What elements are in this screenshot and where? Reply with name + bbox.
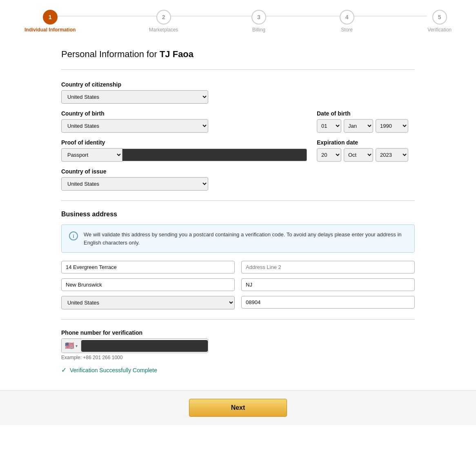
address-line2-col [241,261,415,273]
step-1-circle: 1 [43,10,58,24]
proof-section: Proof of identity Passport Expiration da… [61,139,415,162]
address-line1-input[interactable] [61,261,235,273]
address-info-box: i We will validate this address by sendi… [61,224,415,253]
address-line1-row [61,261,415,273]
dob-col: Date of birth 01 Jan 1990 [317,110,415,133]
proof-row: Passport [61,148,307,162]
expiration-col: Expiration date 20 Oct 2023 [317,139,415,162]
proof-number-input[interactable] [122,149,307,161]
dob-year-select[interactable]: 1990 [376,119,408,133]
phone-number-input[interactable] [81,340,208,352]
phone-input-row: 🇺🇸 ▾ [61,338,208,353]
step-4-circle: 4 [340,10,354,24]
expiration-label: Expiration date [317,139,415,146]
section-divider-2 [61,319,415,320]
country-birth-col: Country of birth United States [61,110,307,133]
bottom-bar: Next [0,390,476,425]
address-section: Business address i We will validate this… [61,211,415,309]
step-5: 5 Verification [427,10,452,33]
citizenship-select[interactable]: United States [61,90,208,104]
flag-dropdown-arrow: ▾ [76,344,78,348]
city-col [61,278,235,291]
step-1-label: Individual Information [24,27,76,33]
title-divider [61,69,415,70]
page-title: Personal Information for TJ Faoa [61,49,415,60]
step-2: 2 Marketplaces [149,10,178,33]
proof-type-select[interactable]: Passport [61,148,122,162]
state-col [241,278,415,291]
address-country-row: United States [61,296,415,309]
citizenship-label: Country of citizenship [61,81,415,88]
address-line1-col [61,261,235,273]
issue-label: Country of issue [61,168,415,175]
issue-section: Country of issue United States [61,168,415,191]
step-2-label: Marketplaces [149,27,178,33]
main-content: Personal Information for TJ Faoa Country… [0,33,476,390]
address-line2-input[interactable] [241,261,415,273]
section-divider-1 [61,200,415,201]
state-input[interactable] [241,278,415,291]
exp-month-select[interactable]: Oct [344,148,373,162]
birth-country-select[interactable]: United States [61,119,208,133]
verification-text: Verification Successfully Complete [70,367,157,373]
step-4: 4 Store [340,10,354,33]
verification-success: ✓ Verification Successfully Complete [61,366,415,374]
phone-flag-button[interactable]: 🇺🇸 ▾ [62,339,81,353]
address-country-col: United States [61,296,235,309]
phone-section: Phone number for verification 🇺🇸 ▾ Examp… [61,329,415,374]
step-5-label: Verification [427,27,452,33]
birth-section: Country of birth United States Date of b… [61,110,415,133]
city-input[interactable] [61,278,235,291]
birth-country-label: Country of birth [61,110,307,117]
zip-input[interactable] [241,296,415,309]
phone-label: Phone number for verification [61,329,415,336]
proof-col: Proof of identity Passport [61,139,307,162]
step-1: 1 Individual Information [24,10,76,33]
dob-label: Date of birth [317,110,415,117]
address-info-text: We will validate this address by sending… [84,231,407,247]
proof-label: Proof of identity [61,139,307,146]
phone-example: Example: +86 201 266 1000 [61,355,415,360]
step-4-label: Store [341,27,353,33]
address-country-select[interactable]: United States [61,296,235,309]
step-3: 3 Billing [251,10,266,33]
info-icon: i [69,231,78,240]
address-city-row [61,278,415,291]
flag-emoji: 🇺🇸 [65,341,74,350]
dob-day-select[interactable]: 01 [317,119,341,133]
check-icon: ✓ [61,366,67,374]
zip-col [241,296,415,309]
dob-group: 01 Jan 1990 [317,119,415,133]
next-button[interactable]: Next [189,399,287,417]
progress-bar: 1 Individual Information 2 Marketplaces … [0,0,476,33]
step-5-circle: 5 [432,10,447,24]
issue-country-select[interactable]: United States [61,177,208,191]
expiration-group: 20 Oct 2023 [317,148,415,162]
dob-month-select[interactable]: Jan [344,119,373,133]
step-3-label: Billing [252,27,265,33]
exp-day-select[interactable]: 20 [317,148,341,162]
step-3-circle: 3 [251,10,266,24]
address-header: Business address [61,211,415,218]
citizenship-section: Country of citizenship United States [61,81,415,104]
step-2-circle: 2 [156,10,171,24]
exp-year-select[interactable]: 2023 [376,148,408,162]
